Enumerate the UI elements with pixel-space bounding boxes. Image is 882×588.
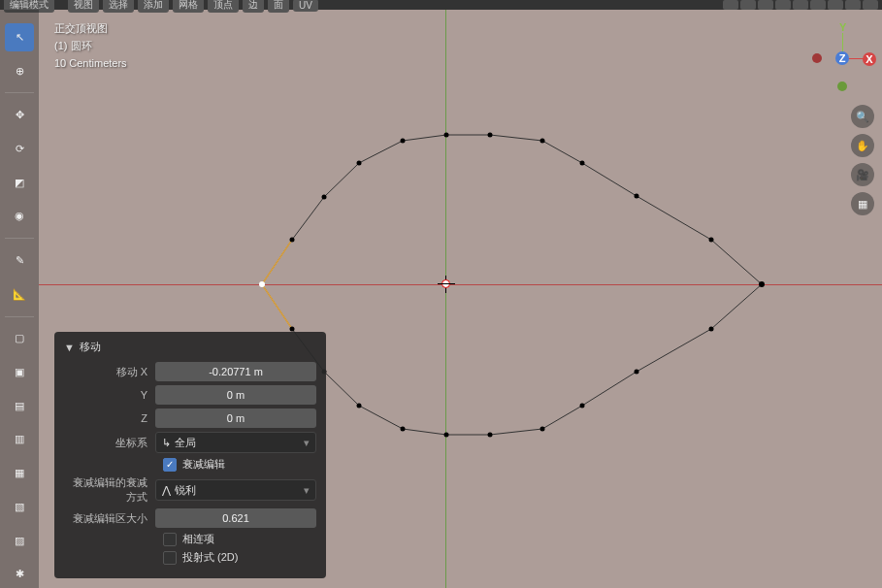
svg-point-17 [540, 427, 545, 432]
header-bar: 编辑模式 视图 选择 添加 网格 顶点 边 面 UV [0, 0, 882, 10]
svg-point-11 [635, 194, 639, 199]
svg-point-18 [488, 433, 493, 438]
svg-point-21 [357, 404, 362, 408]
menu-select[interactable]: 选择 [103, 0, 134, 13]
field-size[interactable]: 0.621 [155, 508, 316, 528]
viewport-side-controls: 🔍 ✋ 🎥 ▦ [851, 105, 874, 215]
header-right-icon[interactable] [845, 0, 861, 10]
checkbox-projected[interactable] [163, 551, 177, 565]
tool-annotate[interactable]: ✎ [5, 246, 34, 275]
label-move-x: 移动 X [64, 365, 155, 379]
label-move-z: Z [64, 412, 155, 424]
tool-bevel[interactable]: ▥ [5, 426, 34, 454]
label-move-y: Y [64, 389, 155, 401]
menu-mesh[interactable]: 网格 [173, 0, 204, 13]
header-right-icon[interactable] [863, 0, 878, 10]
view-title: 正交顶视图 [54, 19, 127, 37]
field-move-z[interactable]: 0 m [155, 408, 316, 428]
tool-inset[interactable]: ▤ [5, 392, 34, 420]
tool-move[interactable]: ✥ [5, 101, 34, 129]
viewport-info: 正交顶视图 (1) 圆环 10 Centimeters [54, 19, 127, 72]
svg-point-12 [709, 238, 714, 243]
menu-add[interactable]: 添加 [138, 0, 169, 13]
checkbox-prop-edit[interactable] [163, 458, 177, 472]
tool-loopcut[interactable]: ▦ [5, 459, 34, 487]
operator-panel: ▼ 移动 移动 X-0.20771 m Y0 m Z0 m 坐标系↳全局 衰减编… [54, 332, 326, 578]
orient-icon: ↳ [162, 437, 171, 449]
pan-icon[interactable]: ✋ [851, 134, 874, 157]
checkbox-connected[interactable] [163, 533, 177, 546]
tool-spin[interactable]: ✱ [5, 560, 34, 588]
grid-icon[interactable]: ▦ [851, 192, 874, 215]
svg-point-4 [322, 195, 327, 200]
panel-header[interactable]: ▼ 移动 [64, 340, 316, 354]
tool-transform[interactable]: ◉ [5, 202, 34, 230]
header-right-icon[interactable] [723, 0, 738, 10]
field-move-x[interactable]: -0.20771 m [155, 362, 316, 381]
view-scale: 10 Centimeters [54, 54, 127, 72]
tool-knife[interactable]: ▧ [5, 493, 34, 521]
menu-face[interactable]: 面 [268, 0, 289, 13]
svg-point-6 [401, 139, 406, 144]
tool-cursor[interactable]: ⊕ [5, 57, 34, 85]
label-falloff: 衰减编辑的衰减方式 [64, 475, 155, 505]
svg-point-10 [580, 161, 585, 166]
toolbar: ↖ ⊕ ✥ ⟳ ◩ ◉ ✎ 📐 ▢ ▣ ▤ ▥ ▦ ▧ ▨ ✱ [0, 10, 39, 588]
header-right-icon[interactable] [740, 0, 756, 10]
header-right-icon[interactable] [793, 0, 808, 10]
menu-edge[interactable]: 边 [243, 0, 264, 13]
select-orientation[interactable]: ↳全局 [155, 432, 316, 453]
svg-point-5 [357, 161, 362, 166]
svg-point-14 [709, 327, 714, 332]
panel-collapse-icon[interactable]: ▼ [64, 342, 75, 353]
3d-cursor [438, 276, 455, 293]
zoom-icon[interactable]: 🔍 [851, 105, 874, 128]
field-move-y[interactable]: 0 m [155, 385, 316, 405]
menu-view[interactable]: 视图 [68, 0, 99, 13]
header-right-icon[interactable] [828, 0, 843, 10]
tool-addcube[interactable]: ▢ [5, 324, 34, 352]
tool-measure[interactable]: 📐 [5, 280, 34, 309]
label-prop-edit: 衰减编辑 [182, 457, 225, 472]
svg-point-20 [401, 427, 406, 432]
svg-point-16 [580, 404, 585, 408]
panel-title: 移动 [80, 340, 101, 354]
header-right-icon[interactable] [758, 0, 773, 10]
axis-x-line [39, 284, 882, 285]
tool-rotate[interactable]: ⟳ [5, 135, 34, 163]
svg-point-3 [290, 238, 295, 243]
svg-point-23 [290, 327, 295, 332]
header-right-icon[interactable] [810, 0, 826, 10]
svg-line-1 [262, 284, 292, 329]
label-projected: 投射式 (2D) [182, 550, 238, 565]
tool-polybuild[interactable]: ▨ [5, 527, 34, 555]
tool-scale[interactable]: ◩ [5, 169, 34, 197]
view-object: (1) 圆环 [54, 37, 127, 54]
label-connected: 相连项 [182, 532, 214, 546]
menu-uv[interactable]: UV [293, 0, 318, 12]
nav-gizmo[interactable]: Y X Z [808, 21, 876, 89]
select-falloff[interactable]: ⋀锐利 [155, 479, 316, 501]
tool-extrude[interactable]: ▣ [5, 358, 34, 386]
falloff-icon: ⋀ [162, 484, 171, 497]
svg-point-15 [635, 370, 639, 375]
tool-select[interactable]: ↖ [5, 23, 34, 51]
svg-point-8 [488, 133, 493, 138]
label-size: 衰减编辑区大小 [64, 511, 155, 526]
axis-y-line [445, 10, 446, 588]
svg-line-0 [262, 240, 292, 284]
camera-icon[interactable]: 🎥 [851, 163, 874, 186]
menu-vertex[interactable]: 顶点 [208, 0, 239, 13]
svg-point-9 [540, 139, 545, 144]
header-right-icon[interactable] [775, 0, 791, 10]
label-orient: 坐标系 [64, 436, 155, 450]
